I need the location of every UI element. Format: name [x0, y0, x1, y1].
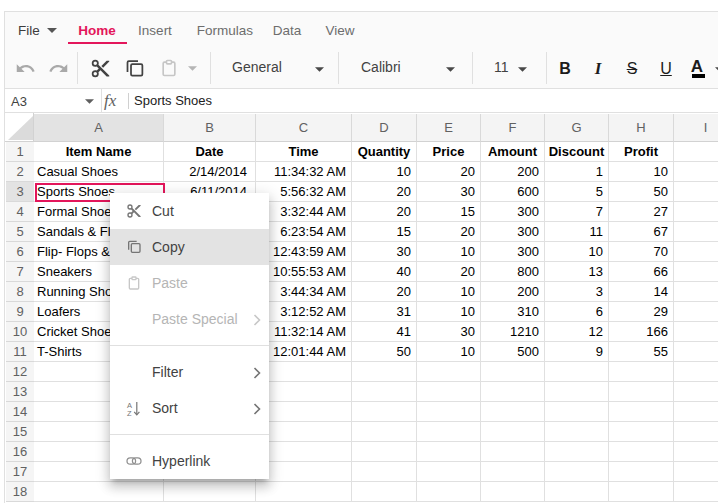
svg-text:Z: Z	[127, 409, 132, 418]
